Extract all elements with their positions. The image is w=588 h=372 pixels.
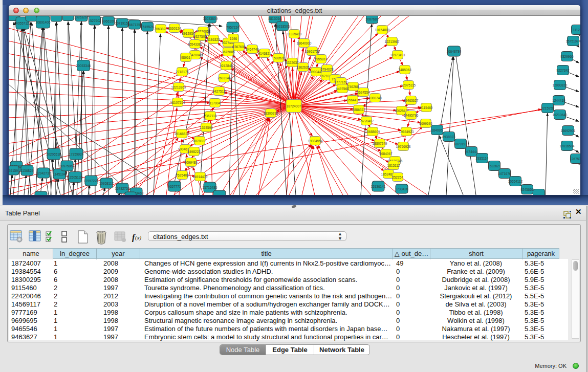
svg-text:1267533: 1267533: [570, 157, 580, 161]
svg-text:1080748: 1080748: [368, 96, 382, 100]
svg-text:9684067: 9684067: [379, 152, 393, 156]
svg-text:17957225: 17957225: [84, 179, 99, 183]
svg-text:10654112: 10654112: [508, 180, 523, 183]
svg-text:10853267: 10853267: [74, 16, 89, 19]
svg-text:8454749: 8454749: [246, 48, 259, 51]
svg-text:7886372: 7886372: [352, 108, 365, 112]
svg-text:1244419: 1244419: [552, 99, 565, 102]
svg-text:15692901: 15692901: [561, 129, 576, 133]
svg-text:16033809: 16033809: [203, 17, 218, 20]
svg-text:6699695: 6699695: [419, 122, 432, 125]
svg-text:1527602: 1527602: [88, 19, 101, 23]
svg-text:164095: 164095: [431, 128, 443, 132]
svg-text:2718176: 2718176: [176, 70, 189, 74]
svg-text:12942737: 12942737: [36, 171, 51, 175]
svg-text:6879197: 6879197: [454, 142, 467, 146]
svg-text:8912954: 8912954: [182, 32, 195, 35]
svg-text:7515526: 7515526: [141, 25, 154, 29]
svg-text:1362635: 1362635: [296, 65, 310, 69]
svg-text:11325419: 11325419: [287, 32, 302, 36]
svg-text:2603144: 2603144: [217, 76, 231, 80]
svg-text:9146821: 9146821: [258, 52, 271, 55]
svg-text:11123: 11123: [573, 28, 580, 32]
svg-text:19756928: 19756928: [396, 145, 411, 148]
svg-text:7957224: 7957224: [226, 26, 239, 29]
svg-text:4498222: 4498222: [187, 150, 201, 154]
svg-text:8660124: 8660124: [168, 27, 181, 30]
svg-text:12093823: 12093823: [553, 83, 568, 87]
svg-text:9099489: 9099489: [184, 161, 198, 164]
svg-text:9777169: 9777169: [334, 80, 347, 84]
svg-text:8938923: 8938923: [442, 135, 455, 139]
svg-text:1588520: 1588520: [272, 56, 285, 60]
svg-text:2935114: 2935114: [476, 157, 489, 160]
svg-text:9227342: 9227342: [556, 69, 570, 72]
svg-text:16782759: 16782759: [115, 187, 130, 190]
svg-text:16961758: 16961758: [305, 50, 320, 53]
svg-text:1156829: 1156829: [21, 169, 34, 172]
svg-text:20691406: 20691406: [36, 20, 51, 24]
svg-text:8471676: 8471676: [498, 172, 511, 176]
svg-text:2367608: 2367608: [232, 45, 246, 49]
svg-text:15720407: 15720407: [359, 119, 374, 123]
svg-text:7485063: 7485063: [398, 68, 411, 72]
svg-text:9245652: 9245652: [520, 188, 534, 191]
svg-text:2087682: 2087682: [365, 17, 379, 21]
svg-text:15751074: 15751074: [566, 39, 580, 43]
svg-text:9115460: 9115460: [420, 106, 433, 110]
svg-text:7663822: 7663822: [154, 27, 167, 31]
svg-text:9657771: 9657771: [168, 185, 181, 188]
svg-text:4055712: 4055712: [16, 21, 29, 25]
svg-text:19463627: 19463627: [404, 99, 419, 102]
svg-text:7632621: 7632621: [488, 164, 501, 168]
svg-text:98961: 98961: [181, 56, 190, 59]
svg-text:18640910: 18640910: [297, 41, 312, 45]
svg-text:117004: 117004: [209, 101, 221, 105]
svg-text:1145194: 1145194: [53, 172, 66, 176]
svg-text:12975115: 12975115: [401, 83, 416, 87]
svg-text:1815112: 1815112: [387, 164, 400, 167]
svg-text:10154808: 10154808: [375, 28, 390, 32]
svg-text:90975867: 90975867: [60, 164, 75, 168]
svg-text:20206516: 20206516: [47, 152, 61, 156]
svg-text:7625402: 7625402: [176, 173, 189, 177]
svg-text:252254: 252254: [392, 176, 403, 179]
svg-text:10688609: 10688609: [365, 130, 380, 134]
svg-text:14914479: 14914479: [193, 175, 208, 179]
svg-text:8878332: 8878332: [193, 139, 206, 143]
svg-text:9427512: 9427512: [212, 90, 226, 93]
svg-text:746266: 746266: [347, 85, 359, 89]
svg-text:(x): (x): [135, 234, 142, 241]
svg-text:12213369: 12213369: [171, 85, 186, 89]
svg-text:18724007: 18724007: [287, 104, 301, 108]
svg-text:18807249: 18807249: [373, 142, 387, 145]
svg-text:1353594: 1353594: [200, 126, 213, 129]
svg-text:2367110: 2367110: [204, 114, 217, 118]
svg-text:19166825: 19166825: [175, 132, 189, 136]
svg-text:12213967: 12213967: [385, 40, 400, 43]
svg-text:9242848: 9242848: [220, 64, 233, 68]
svg-text:7955812: 7955812: [314, 57, 328, 61]
svg-text:6966160: 6966160: [102, 19, 115, 23]
svg-text:39159: 39159: [9, 169, 18, 172]
svg-text:3215958: 3215958: [541, 106, 554, 110]
svg-text:8813054: 8813054: [268, 17, 281, 20]
svg-text:8322037: 8322037: [286, 61, 299, 64]
svg-text:1546: 1546: [230, 37, 237, 40]
svg-text:3675685: 3675685: [222, 50, 235, 54]
svg-text:9329966: 9329966: [560, 55, 574, 58]
svg-text:6497568: 6497568: [336, 87, 349, 91]
svg-text:17359924: 17359924: [69, 152, 84, 156]
svg-text:8186323: 8186323: [207, 38, 220, 41]
svg-text:10973493: 10973493: [390, 53, 405, 57]
svg-text:19654923: 19654923: [399, 130, 414, 134]
svg-text:15136141: 15136141: [371, 185, 386, 188]
svg-text:14495796: 14495796: [404, 114, 419, 117]
svg-text:16210643: 16210643: [553, 113, 568, 117]
svg-text:20053346: 20053346: [76, 64, 91, 68]
svg-text:16107554: 16107554: [170, 101, 185, 104]
svg-text:19218506: 19218506: [275, 25, 290, 28]
svg-text:10958117: 10958117: [99, 182, 114, 185]
svg-text:16543382: 16543382: [188, 42, 203, 46]
svg-text:6794028: 6794028: [320, 68, 334, 71]
